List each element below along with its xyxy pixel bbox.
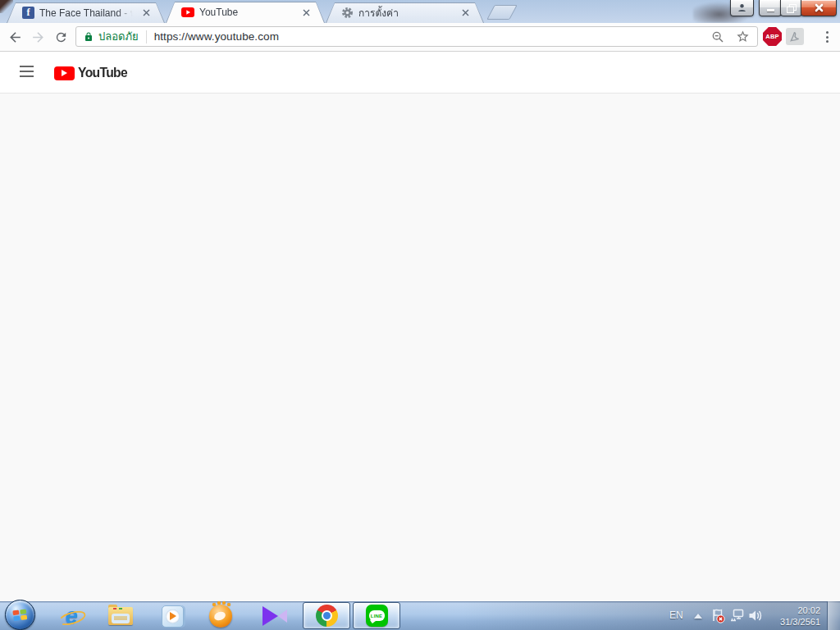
minimize-icon xyxy=(767,9,774,11)
tab-close-button[interactable] xyxy=(139,7,153,20)
restore-icon xyxy=(787,4,796,12)
new-tab-button[interactable] xyxy=(486,5,518,20)
security-chip[interactable]: ปลอดภัย xyxy=(84,28,139,45)
youtube-header: YouTube xyxy=(0,52,840,94)
browser-toolbar: ปลอดภัย https://www.youtube.com ABP xyxy=(0,23,840,52)
address-bar[interactable]: ปลอดภัย https://www.youtube.com xyxy=(75,26,758,47)
tab-title: การตั้งค่า xyxy=(358,5,454,21)
tab-title: The Face Thailand - หน้าห xyxy=(39,5,135,21)
youtube-icon xyxy=(181,7,194,17)
taskbar-item-internet-explorer[interactable]: e xyxy=(58,603,84,629)
forward-button[interactable] xyxy=(26,25,49,48)
volume-icon[interactable] xyxy=(747,608,762,623)
tab-facebook[interactable]: f The Face Thailand - หน้าห xyxy=(7,2,165,23)
taskbar-item-chrome[interactable] xyxy=(303,602,350,629)
close-icon xyxy=(815,3,824,12)
adobe-acrobat-icon xyxy=(789,31,801,43)
taskbar-item-line[interactable]: LINE xyxy=(353,602,400,629)
back-icon xyxy=(7,30,23,45)
taskbar-item-media-player[interactable] xyxy=(159,603,185,629)
folder-icon xyxy=(108,607,133,625)
gom-player-icon xyxy=(209,605,232,628)
windows-media-player-icon xyxy=(162,605,184,628)
line-icon: LINE xyxy=(366,605,388,627)
hidden-icons-button[interactable] xyxy=(694,614,702,619)
url-text: https://www.youtube.com xyxy=(154,30,279,43)
taskbar: e xyxy=(0,601,840,630)
close-icon xyxy=(303,9,310,16)
youtube-wordmark: YouTube xyxy=(78,65,127,81)
chrome-icon xyxy=(316,605,338,627)
adobe-acrobat-extension-button[interactable] xyxy=(786,28,804,45)
star-icon xyxy=(736,30,750,43)
gear-icon xyxy=(341,7,354,19)
adblock-plus-extension-button[interactable]: ABP xyxy=(763,27,782,46)
back-button[interactable] xyxy=(3,25,26,48)
close-icon xyxy=(143,9,150,16)
kmplayer-icon xyxy=(262,605,288,627)
language-indicator[interactable]: EN xyxy=(669,609,683,621)
guide-menu-button[interactable] xyxy=(20,66,34,77)
forward-icon xyxy=(30,30,46,45)
bookmark-star-button[interactable] xyxy=(736,30,750,43)
close-window-button[interactable] xyxy=(801,0,837,16)
taskbar-item-gom-player[interactable] xyxy=(208,603,234,629)
tab-youtube[interactable]: YouTube xyxy=(166,2,325,23)
windows-flag-icon xyxy=(12,609,28,622)
lock-icon xyxy=(84,31,94,43)
youtube-play-icon xyxy=(54,66,75,80)
tab-title: YouTube xyxy=(199,7,294,18)
zoom-indicator-button[interactable] xyxy=(711,30,724,43)
line-label: LINE xyxy=(371,614,382,619)
tab-close-button[interactable] xyxy=(459,7,472,20)
close-icon xyxy=(462,9,469,16)
restore-button[interactable] xyxy=(780,0,802,16)
clock-time: 20:02 xyxy=(797,605,820,615)
page-blank-content xyxy=(0,94,840,601)
minimize-button[interactable] xyxy=(759,0,782,16)
tab-strip: f The Face Thailand - หน้าห YouTube xyxy=(0,0,840,23)
youtube-logo[interactable]: YouTube xyxy=(54,65,131,81)
start-button[interactable] xyxy=(5,600,35,630)
taskbar-item-windows-explorer[interactable] xyxy=(107,603,134,629)
tab-settings[interactable]: การตั้งค่า xyxy=(326,2,484,23)
person-icon xyxy=(737,3,746,12)
taskbar-item-kmplayer[interactable] xyxy=(262,603,288,629)
tab-close-button[interactable] xyxy=(299,6,313,19)
profile-button[interactable] xyxy=(730,0,754,16)
page-youtube: YouTube xyxy=(0,52,840,601)
clock-date: 31/3/2561 xyxy=(780,617,820,627)
action-center-flag-icon[interactable] xyxy=(710,608,725,623)
reload-icon xyxy=(54,30,68,44)
show-desktop-button[interactable] xyxy=(827,601,840,630)
reload-button[interactable] xyxy=(49,25,72,48)
tray-clock[interactable]: 20:02 31/3/2561 xyxy=(766,605,820,628)
kebab-menu-icon xyxy=(826,31,829,34)
browser-menu-button[interactable] xyxy=(818,26,836,48)
zoom-out-icon xyxy=(711,30,724,43)
facebook-icon: f xyxy=(22,7,34,19)
screen: f The Face Thailand - หน้าห YouTube xyxy=(0,0,840,630)
hamburger-icon xyxy=(20,66,34,67)
network-icon[interactable] xyxy=(729,608,744,623)
security-label: ปลอดภัย xyxy=(98,28,139,45)
omnibox-separator xyxy=(146,30,147,43)
